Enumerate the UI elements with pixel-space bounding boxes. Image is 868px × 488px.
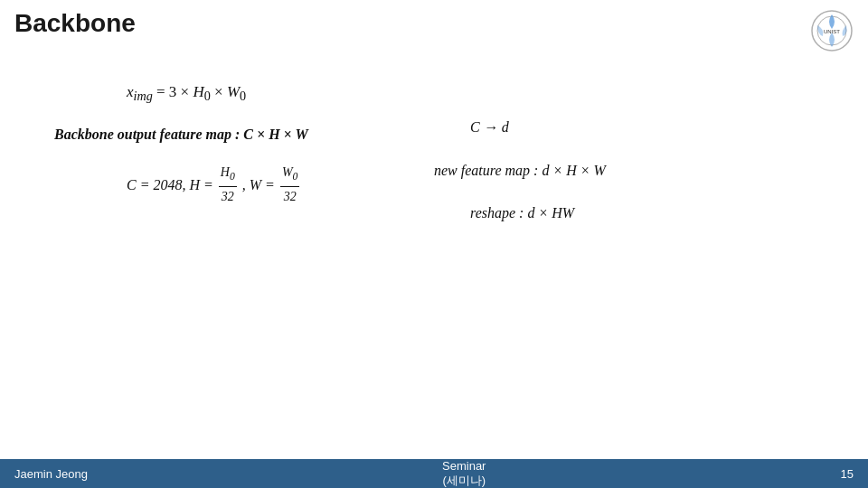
reshape-label: reshape : d × HW (470, 202, 814, 225)
projection-label: C → d (470, 116, 814, 139)
page-title: Backbone (14, 9, 136, 38)
backbone-output-label: Backbone output feature map : C × H × W (54, 127, 434, 143)
fraction-w: W0 32 (280, 163, 300, 207)
formula-c-label: C = 2048, H = (127, 174, 213, 197)
footer: Jaemin Jeong Seminar (세미나) 15 (0, 459, 868, 488)
footer-seminar: Seminar (세미나) (442, 459, 486, 489)
svg-text:UNIST: UNIST (824, 29, 840, 34)
footer-author: Jaemin Jeong (14, 467, 88, 481)
left-column: ximg = 3 × H0 × W0 Backbone output featu… (54, 80, 434, 207)
header: Backbone UNIST (0, 0, 868, 52)
fraction-w-den: 32 (282, 187, 298, 207)
formula-chw: C = 2048, H = H0 32 , W = W0 32 (127, 163, 434, 207)
formula-img: ximg = 3 × H0 × W0 (127, 80, 434, 107)
fraction-h: H0 32 (219, 163, 237, 207)
fraction-w-num: W0 (280, 163, 300, 186)
logo-icon: UNIST (810, 9, 854, 52)
main-content: ximg = 3 × H0 × W0 Backbone output featu… (0, 70, 868, 225)
fraction-h-den: 32 (220, 187, 236, 207)
right-column: C → d new feature map : d × H × W reshap… (434, 80, 814, 225)
new-feature-label: new feature map : d × H × W (434, 159, 814, 183)
footer-page-number: 15 (841, 467, 854, 481)
fraction-h-num: H0 (219, 163, 237, 186)
content-row: ximg = 3 × H0 × W0 Backbone output featu… (54, 80, 814, 225)
formula-w-label: , W = (242, 174, 275, 197)
